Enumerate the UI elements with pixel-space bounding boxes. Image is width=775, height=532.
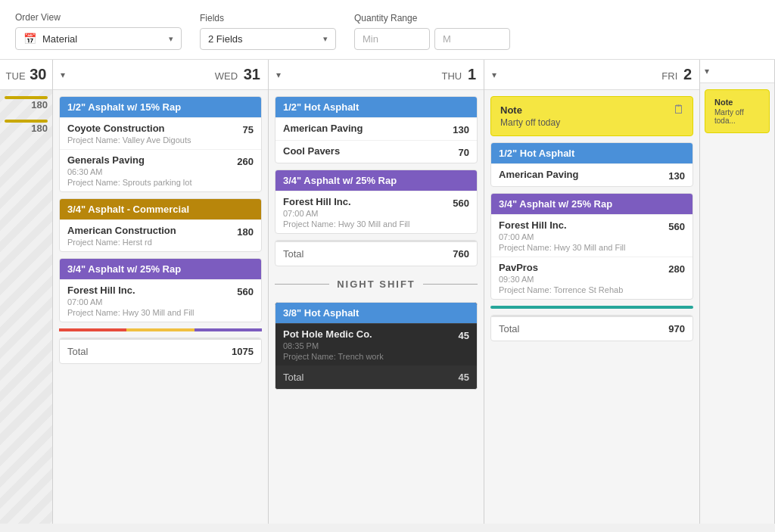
- wed-order-2-project: Project Name: Sprouts parking lot: [67, 178, 231, 187]
- thu-night-total-qty: 45: [459, 372, 469, 383]
- wed-order-4-time: 07:00 AM: [67, 297, 231, 306]
- wed-order-4-info: Forest Hill Inc. 07:00 AM Project Name: …: [67, 285, 231, 317]
- fri-total-row: Total 970: [491, 316, 693, 341]
- fri-order-3-project: Project Name: Torrence St Rehab: [499, 285, 662, 294]
- qty-min-placeholder: Min: [363, 33, 422, 45]
- thu-night-order-1-company: Pot Hole Medic Co.: [283, 328, 453, 340]
- thu-dropdown[interactable]: ▾: [276, 69, 281, 80]
- thu-order-2-company: Cool Pavers: [283, 145, 453, 157]
- fri-dropdown[interactable]: ▾: [492, 69, 496, 80]
- fri-partial-arrow-icon: ▾: [705, 66, 709, 76]
- fri-order-2-time: 07:00 AM: [499, 232, 662, 241]
- wed-card-3: 3/4" Asphalt w/ 25% Rap Forest Hill Inc.…: [59, 258, 262, 322]
- wed-total-qty: 1075: [232, 346, 254, 357]
- thu-night-total-row: Total 45: [275, 366, 477, 389]
- fri-content: 🗒 Note Marty off today 1/2" Hot Asphalt …: [484, 90, 699, 347]
- thu-order-1-company: American Paving: [283, 123, 447, 134]
- wed-dropdown[interactable]: ▾: [61, 69, 65, 80]
- thu-order-3-time: 07:00 AM: [283, 209, 447, 218]
- fields-select[interactable]: 2 Fields ▾: [200, 28, 336, 50]
- thu-total-label: Total: [283, 248, 303, 260]
- thu-date: THU 1: [442, 66, 476, 83]
- qty-max-input[interactable]: M: [434, 28, 510, 50]
- wed-column: ▾ WED 31 1/2" Asphalt w/ 15% Rap Coyote …: [53, 60, 269, 524]
- fri-total-qty: 970: [668, 323, 685, 334]
- thu-order-3-info: Forest Hill Inc. 07:00 AM Project Name: …: [283, 196, 447, 229]
- wed-total-card: Total 1075: [59, 338, 262, 364]
- chevron-down-icon-2: ▾: [323, 34, 328, 44]
- fri-order-1: American Paving 130: [491, 163, 693, 186]
- wed-order-2-company: Generals Paving: [67, 154, 231, 166]
- thu-order-3-project: Project Name: Hwy 30 Mill and Fill: [283, 219, 447, 229]
- wed-order-3-company: American Construction: [67, 225, 231, 236]
- fri-note-card: 🗒 Note Marty off today: [490, 96, 693, 136]
- fri-order-3-qty: 280: [668, 262, 685, 275]
- wed-content: 1/2" Asphalt w/ 15% Rap Coyote Construct…: [53, 90, 268, 370]
- wed-order-1-info: Coyote Construction Project Name: Valley…: [67, 123, 237, 145]
- wed-order-2-time: 06:30 AM: [67, 167, 231, 176]
- tue-num: 30: [30, 66, 46, 82]
- qty-min-input[interactable]: Min: [354, 28, 430, 50]
- thu-card-1: 1/2" Hot Asphalt American Paving 130 Coo…: [275, 96, 478, 163]
- fri-order-1-company: American Paving: [499, 169, 662, 180]
- thu-night-order-1-time: 08:35 PM: [283, 341, 453, 350]
- thu-content: 1/2" Hot Asphalt American Paving 130 Coo…: [269, 90, 484, 396]
- order-view-select[interactable]: 📅 Material ▾: [15, 27, 182, 50]
- wed-card-1: 1/2" Asphalt w/ 15% Rap Coyote Construct…: [59, 96, 262, 192]
- qty-range-label: Quantity Range: [354, 13, 510, 23]
- fri-order-2-project: Project Name: Hwy 30 Mill and Fill: [499, 243, 662, 252]
- thu-night-order-1: Pot Hole Medic Co. 08:35 PM Project Name…: [275, 323, 477, 366]
- fri-partial-note: Note Marty off toda...: [705, 89, 770, 133]
- fri-card-1-header: 1/2" Hot Asphalt: [491, 143, 693, 163]
- wed-order-3-qty: 180: [237, 225, 254, 238]
- wed-order-2-info: Generals Paving 06:30 AM Project Name: S…: [67, 154, 231, 187]
- fri-partial-content: Note Marty off toda...: [700, 83, 774, 139]
- wed-card-3-header: 3/4" Asphalt w/ 25% Rap: [60, 259, 261, 279]
- fri-card-2-header: 3/4" Asphalt w/ 25% Rap: [491, 194, 693, 214]
- thu-order-3-qty: 560: [453, 196, 469, 209]
- thu-order-2-info: Cool Pavers: [283, 145, 453, 157]
- wed-card-2: 3/4" Asphalt - Commercial American Const…: [59, 198, 262, 252]
- thu-order-2-qty: 70: [459, 145, 469, 158]
- wed-arrow-icon[interactable]: ▾: [61, 70, 65, 80]
- wed-order-2: Generals Paving 06:30 AM Project Name: S…: [60, 149, 261, 191]
- wed-bar-purple: [195, 328, 262, 331]
- order-view-control: Order View 📅 Material ▾: [15, 12, 182, 50]
- chevron-down-icon: ▾: [169, 34, 173, 44]
- wed-header: ▾ WED 31: [53, 60, 268, 90]
- thu-total-qty: 760: [453, 248, 469, 260]
- qty-max-placeholder: M: [443, 33, 502, 45]
- fri-order-3: PavPros 09:30 AM Project Name: Torrence …: [491, 257, 693, 299]
- tue-aside-val-2: 180: [5, 120, 48, 134]
- wed-order-4-project: Project Name: Hwy 30 Mill and Fill: [67, 308, 231, 317]
- thu-header: ▾ THU 1: [269, 60, 484, 90]
- calendar-icon: 📅: [23, 33, 36, 45]
- wed-order-4-company: Forest Hill Inc.: [67, 285, 231, 296]
- tue-aside-num-2: 180: [5, 123, 48, 134]
- qty-range-control: Quantity Range Min M: [354, 13, 510, 50]
- wed-total-label: Total: [67, 346, 88, 357]
- wed-total-row: Total 1075: [60, 338, 261, 363]
- tue-aside-val-1: 180: [5, 96, 48, 110]
- wed-order-1-qty: 75: [243, 123, 254, 135]
- night-shift-divider: NIGHT SHIFT: [275, 272, 478, 296]
- fields-control: Fields 2 Fields ▾: [200, 13, 336, 50]
- thu-night-order-1-qty: 45: [459, 328, 469, 341]
- fri-note-title: Note: [500, 104, 683, 116]
- fri-color-bar: [490, 306, 693, 309]
- wed-order-3-project: Project Name: Herst rd: [67, 238, 231, 247]
- main-content: TUE 30 180 180 ▾ WED 31: [0, 60, 775, 524]
- fri-num: 2: [683, 66, 692, 82]
- fri-note-text: Marty off today: [500, 117, 683, 128]
- tue-label: TUE: [6, 70, 26, 82]
- thu-column: ▾ THU 1 1/2" Hot Asphalt American Paving…: [269, 60, 484, 524]
- fri-date: FRI 2: [661, 66, 692, 83]
- fri-order-2-qty: 560: [668, 219, 685, 232]
- thu-order-3-company: Forest Hill Inc.: [283, 196, 447, 207]
- thu-night-order-1-info: Pot Hole Medic Co. 08:35 PM Project Name…: [283, 328, 453, 361]
- order-view-value: Material: [42, 33, 163, 45]
- fri-arrow-icon[interactable]: ▾: [492, 70, 496, 80]
- wed-order-4: Forest Hill Inc. 07:00 AM Project Name: …: [60, 279, 261, 322]
- thu-arrow-icon[interactable]: ▾: [276, 70, 281, 80]
- wed-order-1-company: Coyote Construction: [67, 123, 237, 134]
